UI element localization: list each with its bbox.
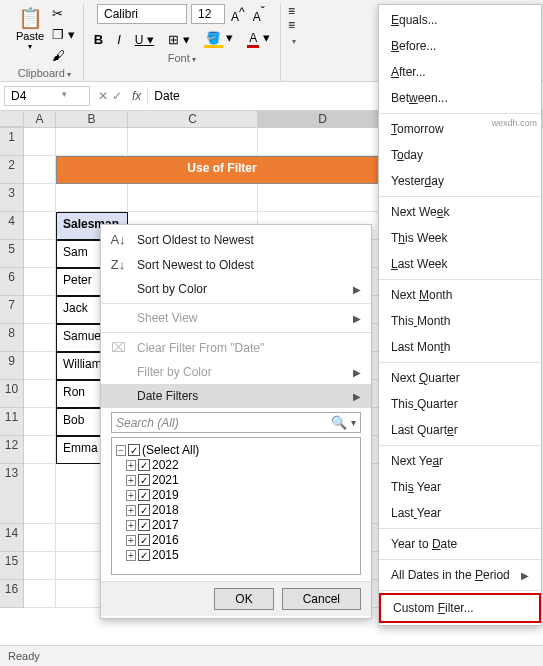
ok-button[interactable]: OK [214,588,273,610]
sort-newest-oldest[interactable]: Z↓ Sort Newest to Oldest [101,252,371,277]
submenu-after[interactable]: After... [379,59,541,85]
cancel-button[interactable]: Cancel [282,588,361,610]
row-header-5[interactable]: 5 [0,240,24,268]
tree-year-2015[interactable]: +✓2015 [126,548,356,562]
submenu-next-month[interactable]: Next Month [379,282,541,308]
row-header-13[interactable]: 13 [0,464,24,524]
sort-by-color[interactable]: Sort by Color ▶ [101,277,371,301]
fx-icon[interactable]: fx [126,89,147,103]
italic-button[interactable]: I [113,30,125,49]
expand-icon[interactable]: + [126,535,136,546]
expand-icon[interactable]: + [126,475,136,486]
row-header-1[interactable]: 1 [0,128,24,156]
font-size-select[interactable]: 12 [191,4,225,24]
expand-icon[interactable]: + [126,520,136,531]
submenu-this-week[interactable]: This Week [379,225,541,251]
cut-button[interactable]: ✂ [50,4,77,23]
expand-icon[interactable]: + [126,505,136,516]
submenu-last-year[interactable]: Last Year [379,500,541,526]
tree-year-2021[interactable]: +✓2021 [126,473,356,487]
name-box[interactable]: D4▾ [4,86,90,106]
col-header-d[interactable]: D [258,111,388,127]
row-header-9[interactable]: 9 [0,352,24,380]
tree-year-2018[interactable]: +✓2018 [126,503,356,517]
sort-oldest-newest[interactable]: A↓ Sort Oldest to Newest [101,227,371,252]
row-header-14[interactable]: 14 [0,524,24,552]
submenu-year-to-date[interactable]: Year to Date [379,531,541,557]
submenu-between[interactable]: Between... [379,85,541,111]
font-color-button[interactable]: A ▾ [243,28,274,50]
row-header-3[interactable]: 3 [0,184,24,212]
row-header-6[interactable]: 6 [0,268,24,296]
chevron-down-icon[interactable]: ▾ [347,417,356,428]
submenu-before[interactable]: Before... [379,33,541,59]
submenu-equals[interactable]: Equals... [379,7,541,33]
font-name-select[interactable]: Calibri [97,4,187,24]
submenu-next-quarter[interactable]: Next Quarter [379,365,541,391]
tree-select-all[interactable]: − ✓ (Select All) [116,443,356,457]
underline-button[interactable]: U ▾ [131,30,158,49]
title-cell: Use of Filter [56,156,388,184]
tree-year-2016[interactable]: +✓2016 [126,533,356,547]
align-top-button[interactable]: ≡ [288,4,295,18]
enter-formula-icon[interactable]: ✓ [112,89,122,103]
submenu-today[interactable]: Today [379,142,541,168]
checkbox-icon[interactable]: ✓ [138,519,150,531]
tree-year-2019[interactable]: +✓2019 [126,488,356,502]
select-all-corner[interactable] [0,111,24,127]
checkbox-icon[interactable]: ✓ [138,504,150,516]
chevron-right-icon: ▶ [521,570,529,581]
submenu-next-week[interactable]: Next Week [379,199,541,225]
expand-icon[interactable]: + [126,550,136,561]
col-header-b[interactable]: B [56,111,128,127]
row-header-4[interactable]: 4 [0,212,24,240]
sort-desc-icon: Z↓ [109,257,127,272]
col-header-a[interactable]: A [24,111,56,127]
submenu-this-quarter[interactable]: This Quarter [379,391,541,417]
row-header-2[interactable]: 2 [0,156,24,184]
increase-font-button[interactable]: A^ [229,5,247,24]
fill-color-button[interactable]: 🪣 ▾ [200,28,238,50]
tree-year-2022[interactable]: +✓2022 [126,458,356,472]
alignment-group-label [287,34,296,46]
collapse-icon[interactable]: − [116,445,126,456]
col-header-c[interactable]: C [128,111,258,127]
checkbox-icon[interactable]: ✓ [138,534,150,546]
expand-icon[interactable]: + [126,460,136,471]
row-header-11[interactable]: 11 [0,408,24,436]
submenu-last-month[interactable]: Last Month [379,334,541,360]
bold-button[interactable]: B [90,30,107,49]
row-header-7[interactable]: 7 [0,296,24,324]
filter-tree[interactable]: − ✓ (Select All) +✓2022+✓2021+✓2019+✓201… [111,437,361,575]
row-header-8[interactable]: 8 [0,324,24,352]
submenu-custom-filter[interactable]: Custom Filter... [379,593,541,623]
submenu-all-dates-in-the-period[interactable]: All Dates in the Period▶ [379,562,541,588]
submenu-next-year[interactable]: Next Year [379,448,541,474]
filter-search[interactable]: Search (All) 🔍 ▾ [111,412,361,433]
sheet-view: Sheet View ▶ [101,306,371,330]
row-header-12[interactable]: 12 [0,436,24,464]
submenu-this-year[interactable]: This Year [379,474,541,500]
tree-year-2017[interactable]: +✓2017 [126,518,356,532]
decrease-font-button[interactable]: Aˇ [251,5,267,24]
copy-button[interactable]: ❐ ▾ [50,25,77,44]
row-header-16[interactable]: 16 [0,580,24,608]
paste-button[interactable]: 📋 Paste ▾ [12,4,48,65]
checkbox-icon[interactable]: ✓ [138,489,150,501]
cancel-formula-icon[interactable]: ✕ [98,89,108,103]
submenu-this-month[interactable]: This Month [379,308,541,334]
format-painter-button[interactable]: 🖌 [50,46,77,65]
submenu-last-week[interactable]: Last Week [379,251,541,277]
expand-icon[interactable]: + [126,490,136,501]
checkbox-icon[interactable]: ✓ [128,444,140,456]
align-left-button[interactable]: ≡ [288,18,295,32]
checkbox-icon[interactable]: ✓ [138,459,150,471]
submenu-last-quarter[interactable]: Last Quarter [379,417,541,443]
submenu-yesterday[interactable]: Yesterday [379,168,541,194]
row-header-15[interactable]: 15 [0,552,24,580]
checkbox-icon[interactable]: ✓ [138,549,150,561]
checkbox-icon[interactable]: ✓ [138,474,150,486]
date-filters[interactable]: Date Filters ▶ [101,384,371,408]
borders-button[interactable]: ⊞ ▾ [164,30,194,49]
row-header-10[interactable]: 10 [0,380,24,408]
